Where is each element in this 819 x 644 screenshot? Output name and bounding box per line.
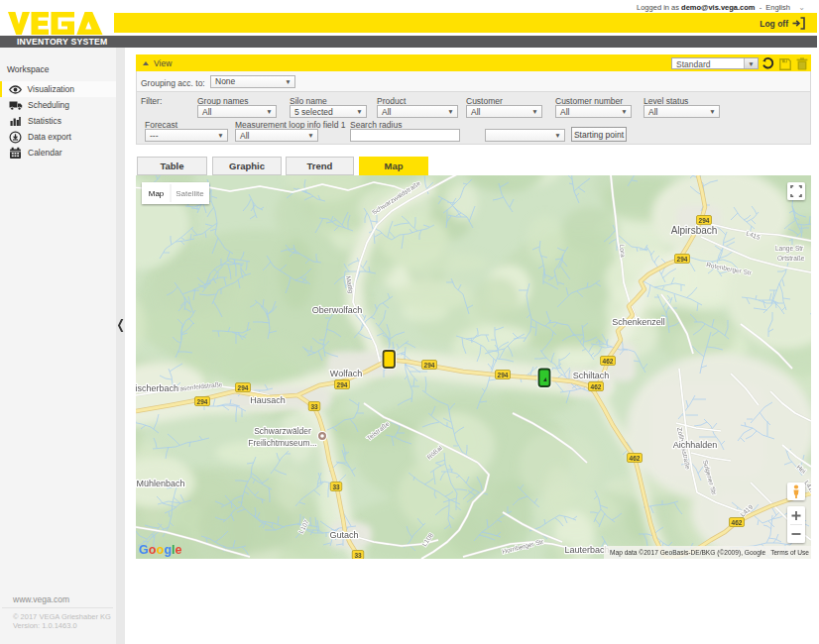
svg-text:Gutach: Gutach <box>329 530 358 540</box>
svg-text:Freilichtmuseum...: Freilichtmuseum... <box>248 438 316 448</box>
svg-text:o: o <box>157 543 165 557</box>
svg-text:Map: Map <box>149 189 165 198</box>
svg-text:Schiltach: Schiltach <box>573 371 610 380</box>
svg-text:Lora: Lora <box>619 244 627 258</box>
svg-text:Schwarzwälder: Schwarzwälder <box>254 426 311 436</box>
svg-text:Alpirsbach: Alpirsbach <box>671 225 718 236</box>
svg-text:Lange Str: Lange Str <box>775 245 804 253</box>
svg-text:Satellite: Satellite <box>176 189 204 198</box>
svg-text:294: 294 <box>424 362 435 369</box>
svg-text:33: 33 <box>332 483 340 490</box>
svg-text:294: 294 <box>498 372 509 378</box>
svg-text:Aichhalden: Aichhalden <box>673 440 718 450</box>
svg-text:462: 462 <box>732 519 743 526</box>
svg-text:294: 294 <box>197 398 208 405</box>
svg-text:462: 462 <box>603 358 614 365</box>
svg-text:294: 294 <box>337 381 348 388</box>
svg-text:33: 33 <box>354 552 362 559</box>
svg-text:Schenkenzell: Schenkenzell <box>612 317 665 327</box>
svg-text:Wolfach: Wolfach <box>330 369 362 378</box>
svg-text:Oberwolfach: Oberwolfach <box>312 305 363 315</box>
svg-text:Terms of Use: Terms of Use <box>770 549 809 556</box>
svg-text:Hausach: Hausach <box>250 395 286 405</box>
svg-text:o: o <box>149 543 157 557</box>
svg-text:294: 294 <box>238 384 249 391</box>
svg-text:Lauterbach: Lauterbach <box>564 545 609 555</box>
svg-text:Map data ©2017 GeoBasis-DE/BKG: Map data ©2017 GeoBasis-DE/BKG (©2009), … <box>610 549 765 557</box>
svg-text:294: 294 <box>699 217 710 224</box>
svg-text:g: g <box>164 543 172 557</box>
svg-text:294: 294 <box>677 256 688 263</box>
svg-text:462: 462 <box>591 383 602 390</box>
svg-text:462: 462 <box>630 455 641 462</box>
svg-text:Fischerbach: Fischerbach <box>136 383 178 393</box>
svg-text:Mühlenbach: Mühlenbach <box>136 479 184 488</box>
svg-text:G: G <box>139 543 149 557</box>
svg-text:Ortstraße: Ortstraße <box>777 255 805 262</box>
svg-text:33: 33 <box>310 403 318 410</box>
svg-text:e: e <box>176 543 182 557</box>
